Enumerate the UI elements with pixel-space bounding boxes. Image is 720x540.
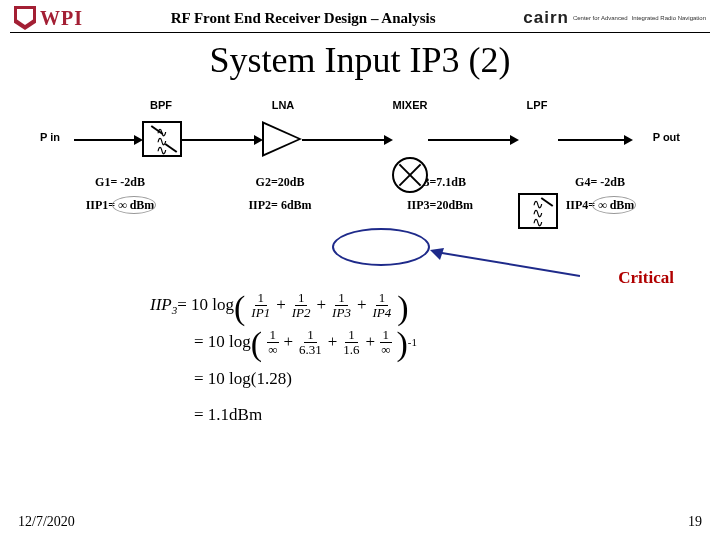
stage-parameters: G1= -2dB IIP1= ∞ dBm G2=20dB IIP2= 6dBm … [40,175,680,213]
slide-header: WPI RF Front End Receiver Design – Analy… [0,0,720,32]
cairn-logo: cairn Center for Advanced Integrated Rad… [523,8,706,28]
signal-chain-diagram: P in P out BPF ∿∿∿ LNA MIXER LPF ∿∿∿ [40,99,680,169]
svg-marker-1 [430,248,444,260]
iip-4: IIP4= ∞ dBm [566,198,635,213]
svg-line-0 [436,252,580,276]
arrow-icon [430,248,580,278]
cairn-logo-text: cairn [523,8,569,28]
bpf-icon: ∿∿∿ [142,121,182,157]
eq-lhs: IIP [150,295,172,314]
iip-2: IIP2= 6dBm [248,198,311,213]
cairn-sub2: Integrated Radio Navigation [632,15,706,22]
eq-line4: = 1.1dBm [194,400,262,431]
footer-date: 12/7/2020 [18,514,75,530]
shield-icon [14,6,36,30]
wpi-logo: WPI [14,6,83,30]
slide-footer: 12/7/2020 19 [18,514,702,530]
iip-3: IIP3=20dBm [407,198,473,213]
critical-label: Critical [618,268,674,288]
gain-1: G1= -2dB [45,175,195,190]
block-label-mixer: MIXER [380,99,440,111]
eq-line3: = 10 log(1.28) [194,364,292,395]
header-title: RF Front End Receiver Design – Analysis [83,10,523,27]
gain-4: G4= -2dB [525,175,675,190]
cairn-sub1: Center for Advanced [573,15,628,22]
highlight-oval-icon [332,228,430,266]
block-label-lna: LNA [258,99,308,111]
wpi-logo-text: WPI [40,7,83,30]
lpf-icon: ∿∿∿ [518,193,558,229]
port-out-label: P out [653,131,680,143]
header-rule [10,32,710,33]
equation-block: IIP3 = 10 log ( 1IP1+ 1IP2+ 1IP3+ 1IP4 )… [150,290,417,437]
page-title: System Input IP3 (2) [0,39,720,81]
port-in-label: P in [40,131,60,143]
block-label-bpf: BPF [136,99,186,111]
footer-page: 19 [688,514,702,530]
iip-1: IIP1= ∞ dBm [86,198,155,213]
mixer-icon [392,157,428,193]
block-label-lpf: LPF [512,99,562,111]
gain-2: G2=20dB [205,175,355,190]
gain-3: G3=7.1dB [365,175,515,190]
lna-icon [262,121,302,157]
